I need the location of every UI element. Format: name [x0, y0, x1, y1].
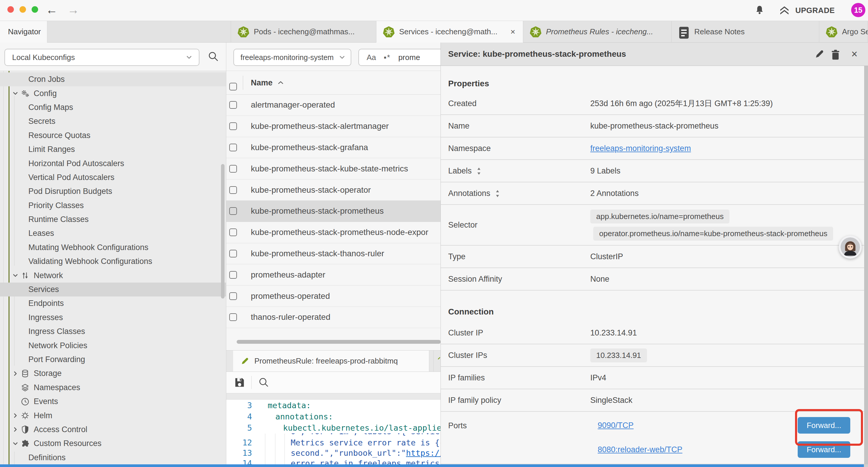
row-checkbox[interactable]: [229, 229, 237, 236]
table-row[interactable]: kube-prometheus-stack-alertmanager: [226, 116, 440, 137]
row-checkbox[interactable]: [229, 313, 237, 321]
match-case-icon[interactable]: Aa: [367, 53, 376, 62]
sidebar-item-pod-disruption-budgets[interactable]: Pod Disruption Budgets: [0, 184, 226, 198]
sidebar-item-custom-resources[interactable]: Custom Resources: [0, 437, 226, 450]
traffic-light-close-icon[interactable]: [7, 6, 14, 13]
row-checkbox[interactable]: [229, 144, 237, 151]
sidebar-item-priority-classes[interactable]: Priority Classes: [0, 199, 226, 212]
yaml-editor[interactable]: 3metadata:4annotations:5kubectl.kubernet…: [226, 400, 440, 467]
sidebar-item-network[interactable]: Network: [0, 268, 226, 282]
chevron-down-icon[interactable]: [12, 272, 19, 279]
sidebar-item-services[interactable]: Services: [0, 283, 226, 296]
chevron-down-icon[interactable]: [12, 90, 19, 97]
sort-updown-icon[interactable]: [495, 189, 500, 197]
tab-argo-se[interactable]: Argo Se: [819, 21, 868, 42]
sidebar-item-config-maps[interactable]: Config Maps: [0, 100, 226, 114]
table-row[interactable]: thanos-ruler-operated: [226, 307, 440, 328]
sidebar-scrollbar[interactable]: [221, 164, 224, 298]
upgrade-chevrons-icon[interactable]: [779, 6, 789, 15]
notifications-bell-icon[interactable]: [755, 5, 764, 15]
port-link[interactable]: 9090/TCP: [598, 421, 634, 430]
editor-tab-next[interactable]: [433, 351, 440, 372]
close-icon[interactable]: ×: [848, 47, 860, 61]
table-row[interactable]: prometheus-operated: [226, 286, 440, 307]
editor-tab-prometheusrule[interactable]: PrometheusRule: freeleaps-prod-rabbitmq: [233, 351, 429, 372]
sidebar-item-ingress-classes[interactable]: Ingress Classes: [0, 324, 226, 339]
save-icon[interactable]: [234, 377, 246, 388]
sidebar-item-events[interactable]: Events: [0, 395, 226, 408]
chevron-down-icon[interactable]: [12, 440, 19, 447]
chevron-right-icon[interactable]: [12, 370, 19, 377]
filter-search-input[interactable]: Aa ▪* prome: [359, 49, 440, 66]
row-checkbox[interactable]: [229, 271, 237, 279]
chevron-right-icon[interactable]: [12, 412, 19, 419]
port-link[interactable]: 8080:reloader-web/TCP: [598, 445, 682, 454]
editor-search-icon[interactable]: [258, 377, 270, 388]
tab-navigator[interactable]: Navigator: [0, 21, 47, 42]
forward-button[interactable]: Forward...: [798, 417, 850, 434]
namespace-link[interactable]: freeleaps-monitoring-system: [590, 144, 691, 153]
sidebar-item-port-forwarding[interactable]: Port Forwarding: [0, 353, 226, 367]
tab-pods-icecheng-mathmas[interactable]: Pods - icecheng@mathmas...: [231, 21, 376, 42]
edit-pencil-icon[interactable]: [814, 49, 824, 59]
table-row[interactable]: alertmanager-operated: [226, 95, 440, 116]
tab-prometheus-rules-icecheng[interactable]: Prometheus Rules - icecheng...: [523, 21, 672, 42]
sidebar-item-definitions[interactable]: Definitions: [0, 451, 226, 465]
delete-trash-icon[interactable]: [831, 49, 840, 59]
tab-services-icecheng-math[interactable]: Services - icecheng@math...×: [376, 21, 523, 42]
traffic-light-minimize-icon[interactable]: [20, 6, 26, 13]
table-row[interactable]: prometheus-adapter: [226, 264, 440, 286]
sidebar-item-limit-ranges[interactable]: Limit Ranges: [0, 143, 226, 156]
sidebar-item-runtime-classes[interactable]: Runtime Classes: [0, 212, 226, 226]
kubeconfig-select[interactable]: Local Kubeconfigs: [4, 49, 199, 66]
table-row[interactable]: kube-prometheus-stack-grafana: [226, 137, 440, 158]
column-header-name[interactable]: Name: [251, 71, 284, 95]
row-checkbox[interactable]: [229, 165, 237, 173]
code-link[interactable]: https://net: [406, 448, 440, 458]
sidebar-item-ingresses[interactable]: Ingresses: [0, 311, 226, 324]
avatar[interactable]: [839, 236, 862, 259]
select-all-checkbox[interactable]: [229, 83, 237, 90]
back-icon[interactable]: ←: [46, 2, 58, 18]
namespace-select[interactable]: freeleaps-monitoring-system: [234, 49, 351, 66]
sidebar-item-namespaces[interactable]: Namespaces: [0, 381, 226, 395]
row-checkbox[interactable]: [229, 101, 237, 109]
sidebar-item-horizontal-pod-autoscalers[interactable]: Horizontal Pod Autoscalers: [0, 156, 226, 170]
horizontal-scrollbar[interactable]: [237, 340, 440, 344]
sidebar-item-network-policies[interactable]: Network Policies: [0, 339, 226, 352]
sidebar-item-leases[interactable]: Leases: [0, 226, 226, 240]
sidebar-item-storage[interactable]: Storage: [0, 367, 226, 380]
sidebar-item-access-control[interactable]: Access Control: [0, 423, 226, 437]
table-row[interactable]: kube-prometheus-stack-prometheus: [226, 201, 440, 222]
row-checkbox[interactable]: [229, 250, 237, 258]
notification-count-badge[interactable]: 15: [851, 3, 865, 17]
row-checkbox[interactable]: [229, 292, 237, 300]
sidebar-item-helm[interactable]: Helm: [0, 408, 226, 422]
table-row[interactable]: kube-prometheus-stack-thanos-ruler: [226, 243, 440, 265]
sidebar-item-secrets[interactable]: Secrets: [0, 114, 226, 128]
row-checkbox[interactable]: [229, 122, 237, 130]
upgrade-label[interactable]: UPGRADE: [795, 6, 835, 15]
regex-icon[interactable]: ▪*: [384, 53, 391, 62]
table-row[interactable]: kube-prometheus-stack-operator: [226, 179, 440, 201]
sidebar-item-cron-jobs[interactable]: Cron Jobs: [0, 72, 226, 86]
sidebar-item-vertical-pod-autoscalers[interactable]: Vertical Pod Autoscalers: [0, 171, 226, 184]
sidebar-item-resource-quotas[interactable]: Resource Quotas: [0, 128, 226, 143]
sidebar-item-validating-webhook-configurations[interactable]: Validating Webhook Configurations: [0, 255, 226, 268]
sidebar-item-config[interactable]: Config: [0, 86, 226, 100]
row-checkbox[interactable]: [229, 207, 237, 215]
close-tab-icon[interactable]: ×: [510, 28, 515, 36]
forward-button[interactable]: Forward...: [798, 441, 850, 458]
sort-updown-icon[interactable]: [476, 167, 482, 175]
row-checkbox[interactable]: [229, 186, 237, 194]
traffic-light-zoom-icon[interactable]: [32, 6, 38, 13]
search-icon[interactable]: [208, 51, 219, 62]
chevron-right-icon[interactable]: [12, 426, 19, 433]
sidebar-item-mutating-webhook-configurations[interactable]: Mutating Webhook Configurations: [0, 241, 226, 255]
tab-release-notes[interactable]: Release Notes: [672, 21, 819, 42]
forward-icon[interactable]: →: [67, 2, 79, 18]
table-row[interactable]: kube-prometheus-stack-kube-state-metrics: [226, 158, 440, 179]
detail-scrollbar[interactable]: [864, 66, 868, 467]
sidebar-item-endpoints[interactable]: Endpoints: [0, 296, 226, 310]
table-row[interactable]: kube-prometheus-stack-prometheus-node-ex…: [226, 222, 440, 243]
